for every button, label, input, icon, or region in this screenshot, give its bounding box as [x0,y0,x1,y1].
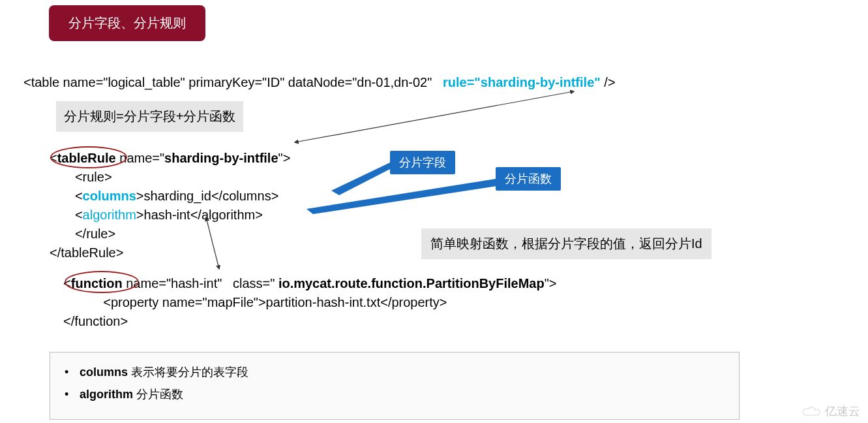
bullet-1-text: 表示将要分片的表字段 [128,366,248,379]
c1-l4c: >hash-int</algorithm> [136,208,263,222]
c2-l1c: name="hash-int" class=" [123,276,278,290]
bullet-2: • algorithm 分片函数 [65,386,725,402]
watermark: 亿速云 [801,403,860,419]
c2-l1e: "> [545,276,557,290]
c1-l1d: sharding-by-intfile [164,151,278,165]
c1-l6: </tableRule> [50,245,123,260]
c2-l1b: function [71,276,123,290]
bullet-1: • columns 表示将要分片的表字段 [65,364,725,380]
grey-note-text: 简单映射函数，根据分片字段的值，返回分片Id [430,236,702,251]
table-rule-attr: rule="sharding-by-intfile" [443,75,601,89]
grey-note: 简单映射函数，根据分片字段的值，返回分片Id [421,228,711,259]
c1-l1b: tableRule [57,151,116,165]
formula-text: 分片规则=分片字段+分片函数 [64,109,235,123]
bullet-dot-icon: • [65,366,76,379]
callout-func: 分片函数 [496,167,561,191]
c1-l5: </rule> [50,227,115,241]
bullet-2-key: algorithm [80,388,133,401]
table-prefix: <table name="logical_table" primaryKey="… [23,75,443,89]
title-badge: 分片字段、分片规则 [49,5,205,41]
bullet-2-text: 分片函数 [133,388,183,401]
bullet-box: • columns 表示将要分片的表字段 • algorithm 分片函数 [50,352,740,420]
cloud-icon [801,405,821,418]
pointer-func [307,179,497,214]
bullet-1-key: columns [80,366,128,379]
c2-l3: </function> [56,314,128,328]
c1-l1e: "> [278,151,291,165]
c1-l1a: < [50,151,57,165]
function-code: <function name="hash-int" class=" io.myc… [56,274,556,331]
c1-l4b: algorithm [83,208,136,222]
formula-box: 分片规则=分片字段+分片函数 [56,101,243,132]
pointer-field [331,163,391,195]
title-text: 分片字段、分片规则 [68,16,186,30]
c1-l2: <rule> [50,170,112,184]
table-suffix: /> [601,75,616,89]
bullet-dot-icon: • [65,388,76,401]
table-definition-line: <table name="logical_table" primaryKey="… [23,75,616,90]
c1-l4a: < [50,208,83,222]
callout-field: 分片字段 [390,151,455,174]
c2-l1a: < [56,276,71,290]
c2-l2: <property name="mapFile">partition-hash-… [56,295,447,309]
arrow-rule-link [295,91,574,142]
c1-l3a: < [50,189,83,203]
c1-l3b: columns [83,189,136,203]
c2-l1d: io.mycat.route.function.PartitionByFileM… [278,276,545,290]
watermark-text: 亿速云 [825,403,860,419]
callout-func-text: 分片函数 [505,172,552,185]
callout-field-text: 分片字段 [399,156,446,169]
c1-l1c: name=" [116,151,164,165]
c1-l3c: >sharding_id</columns> [136,189,278,203]
tablerule-code: <tableRule name="sharding-by-intfile"> <… [50,149,290,262]
